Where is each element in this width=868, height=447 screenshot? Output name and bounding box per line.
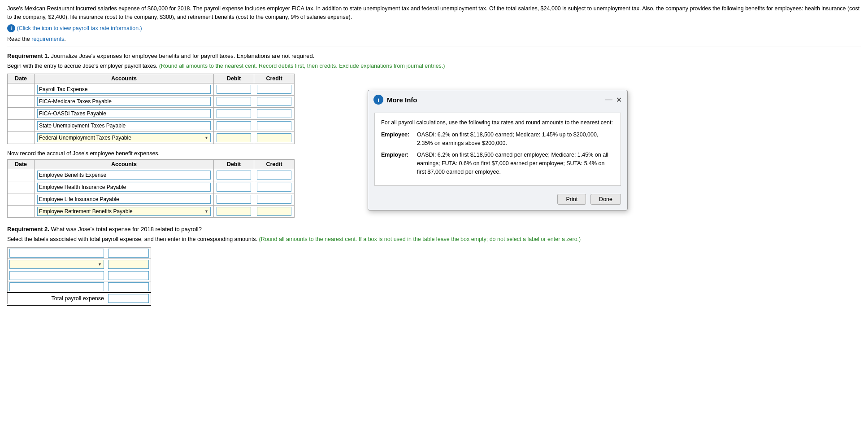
employee-label: Employee:	[381, 131, 412, 148]
account-input[interactable]	[38, 195, 210, 203]
debit-input[interactable]	[217, 183, 251, 192]
req2-dropdown-input[interactable]	[10, 260, 96, 268]
req2-amount-input[interactable]	[108, 271, 149, 280]
print-button[interactable]: Print	[557, 194, 586, 205]
debit-cell[interactable]	[214, 83, 254, 96]
credit-cell[interactable]	[254, 83, 295, 96]
intro-text: Jose's Mexican Restaurant incurred salar…	[7, 4, 861, 22]
credit-cell[interactable]	[254, 96, 295, 108]
account-cell[interactable]	[35, 181, 214, 193]
account-cell[interactable]	[35, 193, 214, 206]
info-icon[interactable]: i	[7, 24, 15, 32]
modal-close-button[interactable]: ✕	[616, 96, 622, 104]
req2-total-input[interactable]	[108, 294, 149, 303]
account-cell[interactable]: ▼	[35, 206, 214, 218]
req2-label-cell[interactable]	[8, 281, 106, 293]
account-input[interactable]	[38, 183, 210, 191]
credit-cell[interactable]	[254, 206, 295, 218]
req2-table: ▼	[7, 247, 151, 306]
req2-amount-input[interactable]	[108, 249, 149, 258]
debit-input[interactable]	[217, 109, 251, 118]
click-info-text: (Click the icon to view payroll tax rate…	[17, 25, 142, 31]
debit-cell[interactable]	[214, 193, 254, 206]
req2-label-input[interactable]	[9, 282, 104, 291]
debit-input[interactable]	[217, 171, 251, 180]
req2-label-cell[interactable]	[8, 248, 106, 259]
account-cell[interactable]	[35, 169, 214, 181]
account-cell[interactable]	[35, 96, 214, 108]
debit-cell[interactable]	[214, 206, 254, 218]
account-input[interactable]	[38, 85, 210, 93]
debit-input[interactable]	[217, 207, 251, 216]
credit-input[interactable]	[257, 195, 291, 204]
req2-label-cell[interactable]	[8, 270, 106, 281]
req2-label-input[interactable]	[9, 271, 104, 280]
dropdown-arrow-icon[interactable]: ▼	[96, 262, 104, 267]
req2-amount-input[interactable]	[108, 282, 149, 291]
debit-input[interactable]	[217, 133, 251, 142]
account-cell[interactable]	[35, 120, 214, 132]
credit-input[interactable]	[257, 183, 291, 192]
table-row: ▼	[8, 132, 295, 144]
date-cell	[8, 132, 35, 144]
account-cell[interactable]	[35, 108, 214, 120]
date-cell	[8, 169, 35, 181]
credit-cell[interactable]	[254, 181, 295, 193]
req2-amount-cell[interactable]	[106, 259, 151, 270]
credit-cell[interactable]	[254, 108, 295, 120]
req2-instruction: Select the labels associated with total …	[7, 235, 581, 244]
credit-cell[interactable]	[254, 169, 295, 181]
account-input[interactable]	[38, 171, 210, 179]
debit-cell[interactable]	[214, 132, 254, 144]
debit-cell[interactable]	[214, 120, 254, 132]
done-button[interactable]: Done	[590, 194, 621, 205]
debit-cell[interactable]	[214, 169, 254, 181]
account-input[interactable]	[38, 134, 203, 142]
account-cell[interactable]	[35, 83, 214, 96]
table-row	[8, 96, 295, 108]
req2-label-cell[interactable]: ▼	[8, 259, 106, 270]
modal-header: i More Info — ✕	[368, 90, 627, 108]
credit-cell[interactable]	[254, 132, 295, 144]
credit-input[interactable]	[257, 109, 291, 118]
account-input[interactable]	[38, 97, 210, 105]
debit-cell[interactable]	[214, 181, 254, 193]
account-input[interactable]	[38, 110, 210, 118]
credit-cell[interactable]	[254, 120, 295, 132]
debit-input[interactable]	[217, 85, 251, 94]
account-cell[interactable]: ▼	[35, 132, 214, 144]
account-input[interactable]	[38, 207, 203, 215]
req2-label-input[interactable]	[9, 249, 104, 258]
col-header-debit-2: Debit	[214, 160, 254, 169]
credit-input[interactable]	[257, 207, 291, 216]
req2-total-amount-cell[interactable]	[106, 293, 151, 305]
req2-total-label-cell: Total payroll expense	[8, 293, 106, 305]
debit-input[interactable]	[217, 195, 251, 204]
debit-cell[interactable]	[214, 108, 254, 120]
click-info[interactable]: i (Click the icon to view payroll tax ra…	[7, 24, 861, 32]
credit-input[interactable]	[257, 85, 291, 94]
credit-input[interactable]	[257, 121, 291, 130]
req2-amount-cell[interactable]	[106, 270, 151, 281]
req1-instruction: Begin with the entry to accrue Jose's em…	[7, 62, 861, 70]
debit-cell[interactable]	[214, 96, 254, 108]
col-header-accounts-2: Accounts	[35, 160, 214, 169]
date-cell	[8, 120, 35, 132]
credit-input[interactable]	[257, 97, 291, 106]
credit-input[interactable]	[257, 133, 291, 142]
modal-info-icon: i	[373, 95, 383, 105]
dropdown-arrow-icon[interactable]: ▼	[203, 209, 210, 214]
credit-input[interactable]	[257, 171, 291, 180]
debit-input[interactable]	[217, 121, 251, 130]
dropdown-arrow-icon[interactable]: ▼	[203, 136, 210, 140]
req2-total-row: Total payroll expense	[8, 293, 151, 305]
requirements-link[interactable]: requirements	[31, 36, 64, 42]
req2-amount-cell[interactable]	[106, 281, 151, 293]
modal-minimize-button[interactable]: —	[605, 96, 612, 103]
date-cell	[8, 181, 35, 193]
req2-amount-cell[interactable]	[106, 248, 151, 259]
req2-amount-input[interactable]	[108, 260, 149, 269]
account-input[interactable]	[38, 122, 210, 130]
credit-cell[interactable]	[254, 193, 295, 206]
debit-input[interactable]	[217, 97, 251, 106]
